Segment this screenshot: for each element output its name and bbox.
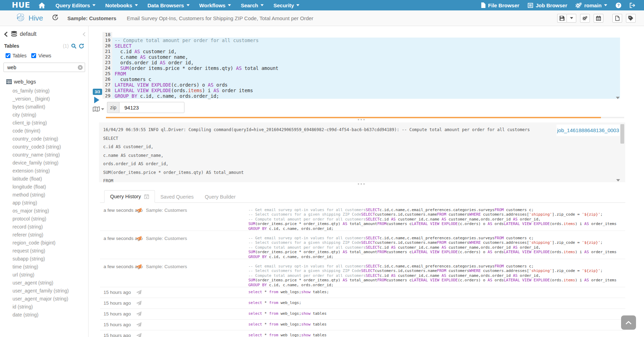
app-name[interactable]: Hive <box>28 14 43 22</box>
log-scroll-down-icon[interactable] <box>616 177 620 183</box>
column-item[interactable]: user_agent_major (string) <box>0 295 88 303</box>
search-icon[interactable] <box>71 43 76 49</box>
column-item[interactable]: extension (string) <box>0 167 88 175</box>
history-sql-snippet[interactable]: -- Get email survey opt-in values for al… <box>248 208 624 231</box>
sql-token: c.id,c.name,c.email_preferences.categori… <box>380 208 495 212</box>
history-doc-name: Sample: Customers <box>146 264 187 269</box>
history-sql-snippet[interactable]: select * from web_logs;show tables <box>248 311 624 316</box>
menu-data-browsers[interactable]: Data Browsers <box>143 0 195 10</box>
sql-token: total_amount <box>242 65 279 71</box>
sql-token: ) i <box>575 278 585 282</box>
filter-views[interactable]: Views <box>31 53 51 58</box>
history-sql-snippet[interactable]: select * from web_logs;show tables <box>248 322 624 327</box>
column-item[interactable]: user_agent (string) <box>0 279 88 287</box>
history-row[interactable]: 15 hours agoselect * from web_logs; <box>100 298 625 309</box>
column-item[interactable]: time (string) <box>0 263 88 271</box>
history-sql-snippet[interactable]: select * from web_logs;show tables <box>248 333 624 337</box>
menu-search[interactable]: Search <box>236 0 269 10</box>
sql-token: AS <box>134 49 140 54</box>
clear-search-icon[interactable] <box>78 65 83 71</box>
menu-query-editors[interactable]: Query Editors <box>51 0 100 10</box>
log-scrollbar-thumb[interactable] <box>620 124 624 144</box>
job-browser-item[interactable]: Job Browser <box>523 0 571 10</box>
column-item[interactable]: country_code3 (string) <box>0 143 88 151</box>
column-name: country_name <box>13 152 43 158</box>
romain-item[interactable]: romain <box>571 0 611 10</box>
filter-checkbox-tables[interactable] <box>6 53 10 58</box>
home-icon[interactable] <box>39 2 45 8</box>
execute-query-button[interactable] <box>94 97 99 104</box>
gears-button[interactable] <box>580 14 590 23</box>
refresh-icon[interactable] <box>79 43 84 49</box>
column-item[interactable]: bytes (smallint) <box>0 103 88 111</box>
column-item[interactable]: request (string) <box>0 247 88 255</box>
scroll-to-top-button[interactable] <box>621 315 636 330</box>
filter-checkbox-views[interactable] <box>31 53 36 58</box>
back-icon[interactable] <box>4 32 8 37</box>
column-item[interactable]: record (string) <box>0 223 88 231</box>
column-item[interactable]: client_ip (string) <box>0 119 88 127</box>
menu-workflows[interactable]: Workflows <box>195 0 236 10</box>
history-sql-snippet[interactable]: -- Get email survey opt-in values for al… <box>248 264 624 287</box>
history-row[interactable]: a few seconds agoSample: Customers-- Get… <box>100 259 625 287</box>
column-item[interactable]: url (string) <box>0 271 88 279</box>
history-row[interactable]: 15 hours agoselect * from web_logs;show … <box>100 330 625 337</box>
column-item[interactable]: os_family (string) <box>0 87 88 95</box>
column-item[interactable]: country_code (string) <box>0 135 88 143</box>
editor-scroll-down-icon[interactable] <box>616 94 620 101</box>
column-item[interactable]: id (string) <box>0 303 88 311</box>
column-item[interactable]: date (string) <box>0 311 88 319</box>
signout-icon[interactable] <box>626 0 640 10</box>
help-icon[interactable]: ? <box>611 0 626 10</box>
column-item[interactable]: os_major (string) <box>0 207 88 215</box>
query-history-icon[interactable] <box>52 14 58 22</box>
caret-down-button[interactable] <box>567 14 576 23</box>
history-row[interactable]: 15 hours agoselect * from web_logs;show … <box>100 320 625 330</box>
filter-tables[interactable]: Tables <box>6 53 26 58</box>
menu-security[interactable]: Security <box>269 0 304 10</box>
history-sql-snippet[interactable]: select * from web_logs; <box>248 300 624 305</box>
column-item[interactable]: method (string) <box>0 191 88 199</box>
sql-token: -- Compute total amount per order for al… <box>115 38 259 43</box>
resize-grip[interactable] <box>358 183 365 185</box>
column-item[interactable]: subapp (string) <box>0 255 88 263</box>
job-link[interactable]: job_1461888648136_0003 <box>557 127 619 133</box>
column-item[interactable]: app (string) <box>0 199 88 207</box>
history-sql-snippet[interactable]: -- Get email survey opt-in values for al… <box>248 236 624 259</box>
column-item[interactable]: referer (string) <box>0 231 88 239</box>
sql-token: SELECT <box>366 273 380 278</box>
menu-notebooks[interactable]: Notebooks <box>100 0 143 10</box>
column-item[interactable]: code (tinyint) <box>0 127 88 135</box>
column-item[interactable]: device_family (string) <box>0 159 88 167</box>
minimap-button[interactable] <box>93 106 104 112</box>
tab-query-history[interactable]: Query History <box>104 190 155 203</box>
resize-grip[interactable] <box>358 119 365 120</box>
save-button[interactable] <box>557 14 567 23</box>
hue-logo[interactable]: HUE <box>12 0 30 10</box>
history-row[interactable]: 15 hours agoselect * from web_logs;show … <box>100 309 625 320</box>
column-item[interactable]: city (string) <box>0 111 88 119</box>
calendar-button[interactable] <box>594 14 603 23</box>
collapse-panel-icon[interactable] <box>83 32 85 37</box>
table-search-input[interactable] <box>3 63 85 72</box>
column-item[interactable]: region_code (bigint) <box>0 239 88 247</box>
new-document-button[interactable] <box>612 14 622 23</box>
history-row[interactable]: a few seconds agoSample: Customers-- Get… <box>100 231 625 259</box>
column-item[interactable]: _version_ (bigint) <box>0 95 88 103</box>
table-item-web-logs[interactable]: web_logs <box>6 79 88 85</box>
sql-code-editor[interactable]: 1819-- Compute total amount per order fo… <box>102 32 620 99</box>
tab-query-builder[interactable]: Query Builder <box>199 191 241 203</box>
column-item[interactable]: country_name (string) <box>0 151 88 159</box>
history-row[interactable]: a few seconds agoSample: Customers-- Get… <box>100 203 625 231</box>
history-row[interactable]: 15 hours agoselect * from web_logs;show … <box>100 287 625 298</box>
column-item[interactable]: latitude (float) <box>0 175 88 183</box>
column-item[interactable]: user_agent_family (string) <box>0 287 88 295</box>
tab-saved-queries[interactable]: Saved Queries <box>155 191 199 203</box>
column-item[interactable]: longitude (float) <box>0 183 88 191</box>
variable-input[interactable] <box>119 102 184 113</box>
file-browser-item[interactable]: File Browser <box>477 0 523 10</box>
database-name[interactable]: default <box>20 31 36 37</box>
tag-button[interactable] <box>626 14 636 23</box>
history-sql-snippet[interactable]: select * from web_logs;show tables; <box>248 290 624 294</box>
column-item[interactable]: protocol (string) <box>0 215 88 223</box>
